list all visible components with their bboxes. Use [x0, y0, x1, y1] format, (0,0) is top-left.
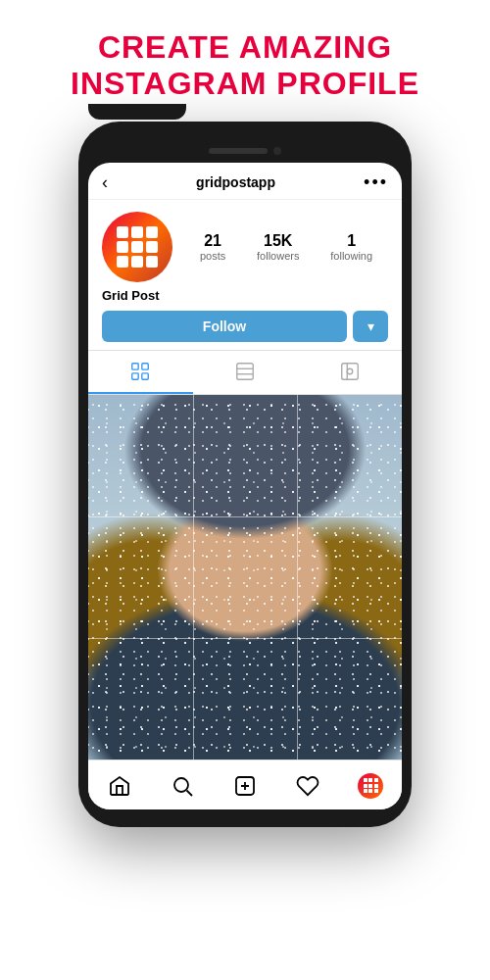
grid-cell	[131, 256, 143, 268]
grid-cell	[117, 226, 128, 238]
avatar-grid-icon	[103, 213, 172, 281]
home-nav-button[interactable]	[102, 768, 137, 804]
phone-frame: ‹ gridpostapp •••	[78, 122, 412, 827]
grid-line-v2	[297, 395, 298, 760]
phone-screen: ‹ gridpostapp •••	[88, 163, 402, 809]
grid-icon	[129, 361, 151, 382]
header-line1: CREATE AMAZING	[71, 29, 419, 66]
svg-rect-0	[132, 363, 138, 368]
mini-grid-cell	[368, 778, 372, 782]
phone-speaker	[209, 148, 268, 154]
grid-cell	[131, 226, 143, 238]
profile-avatar-icon	[358, 773, 383, 799]
profile-stats: 21 posts 15K followers 1 following	[184, 232, 388, 262]
back-button[interactable]: ‹	[102, 172, 108, 193]
mini-grid-cell	[374, 778, 378, 782]
heart-icon	[296, 774, 319, 798]
feed-icon	[234, 361, 256, 382]
following-count: 1	[347, 232, 356, 250]
phone-top-bar	[88, 139, 402, 163]
grid-lines-overlay	[88, 395, 402, 760]
grid-line-v1	[193, 395, 194, 760]
svg-point-10	[174, 778, 188, 792]
follow-dropdown-button[interactable]: ▾	[353, 311, 388, 342]
add-icon	[233, 774, 257, 798]
profile-photo	[88, 395, 402, 760]
svg-line-11	[187, 790, 193, 796]
avatar[interactable]	[102, 212, 172, 282]
bottom-nav	[88, 760, 402, 809]
svg-rect-2	[132, 372, 138, 378]
more-options-button[interactable]: •••	[364, 172, 388, 193]
grid-cell	[131, 241, 143, 253]
display-username: Grid Post	[102, 288, 388, 303]
profile-nav-button[interactable]	[353, 768, 388, 804]
following-label: following	[330, 250, 372, 262]
profile-grid-icon	[359, 773, 383, 798]
search-nav-button[interactable]	[165, 768, 200, 804]
phone-camera	[273, 147, 281, 155]
tagged-icon	[339, 361, 361, 382]
grid-line-h1	[88, 516, 402, 517]
follow-button[interactable]: Follow	[102, 311, 347, 342]
mini-grid-cell	[374, 789, 378, 793]
mini-grid-cell	[368, 784, 372, 788]
search-icon	[171, 774, 194, 798]
profile-tabs	[88, 350, 402, 395]
tab-tagged[interactable]	[297, 351, 402, 394]
mini-grid-cell	[364, 778, 368, 782]
grid-line-h2	[88, 638, 402, 639]
svg-rect-3	[142, 372, 148, 378]
heart-nav-button[interactable]	[290, 768, 325, 804]
mini-grid-cell	[364, 789, 368, 793]
svg-rect-4	[237, 363, 254, 379]
followers-stat[interactable]: 15K followers	[257, 232, 299, 262]
mini-grid-cell	[364, 784, 368, 788]
grid-cell	[117, 241, 128, 253]
header-line2: INSTAGRAM PROFILE	[71, 66, 419, 102]
tab-grid[interactable]	[88, 351, 193, 394]
follow-row: Follow ▾	[102, 311, 388, 342]
svg-rect-1	[142, 363, 148, 368]
following-stat[interactable]: 1 following	[330, 232, 372, 262]
grid-cell	[146, 256, 158, 268]
posts-label: posts	[200, 250, 225, 262]
profile-username: gridpostapp	[196, 174, 275, 190]
photo-grid	[88, 395, 402, 760]
posts-count: 21	[204, 232, 221, 250]
profile-top: 21 posts 15K followers 1 following	[102, 212, 388, 282]
phone-notch	[88, 104, 186, 120]
followers-label: followers	[257, 250, 299, 262]
svg-rect-7	[341, 363, 358, 379]
home-icon	[108, 774, 131, 798]
mini-grid-cell	[368, 789, 372, 793]
ig-nav-bar: ‹ gridpostapp •••	[88, 163, 402, 200]
profile-section: 21 posts 15K followers 1 following Grid …	[88, 200, 402, 350]
grid-cell	[146, 226, 158, 238]
grid-cell	[117, 256, 128, 268]
posts-stat: 21 posts	[200, 232, 225, 262]
followers-count: 15K	[264, 232, 292, 250]
svg-point-8	[347, 368, 353, 374]
add-nav-button[interactable]	[227, 768, 263, 804]
mini-grid-cell	[374, 784, 378, 788]
grid-cell	[146, 241, 158, 253]
tab-feed[interactable]	[193, 351, 298, 394]
chevron-down-icon: ▾	[368, 318, 374, 334]
